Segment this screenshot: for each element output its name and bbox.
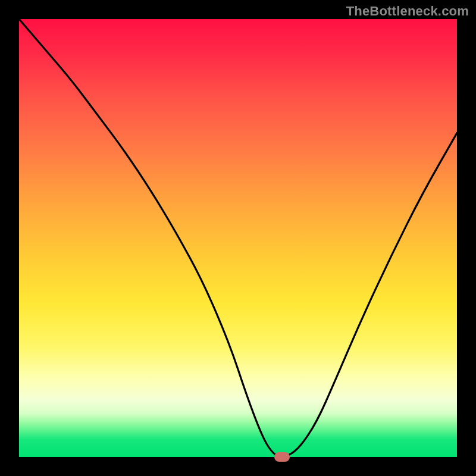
curve-layer: [19, 19, 457, 457]
optimum-marker: [274, 452, 290, 462]
plot-area: [19, 19, 457, 457]
watermark-text: TheBottleneck.com: [346, 4, 469, 19]
bottleneck-curve: [19, 19, 457, 457]
bottleneck-chart: TheBottleneck.com: [0, 0, 476, 476]
